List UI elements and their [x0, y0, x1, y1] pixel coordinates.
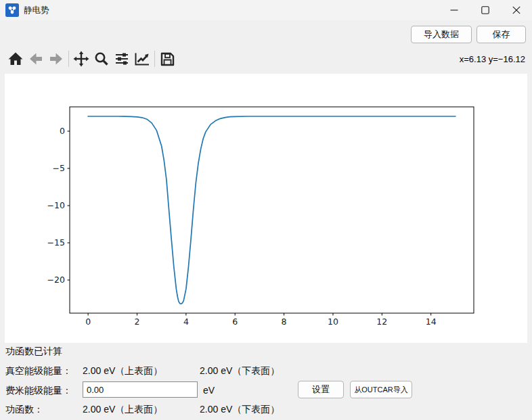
cursor-coordinates-readout: x=6.13 y=−16.12	[460, 54, 525, 64]
svg-text:14: 14	[426, 317, 437, 327]
window-title: 静电势	[24, 5, 49, 16]
plot-canvas[interactable]: 024681012140−5−10−15−20	[5, 74, 527, 343]
line-chart-icon	[133, 51, 151, 67]
zoom-icon	[93, 51, 110, 67]
save-button[interactable]: 保存	[476, 26, 526, 43]
svg-text:−20: −20	[47, 275, 65, 285]
svg-text:0: 0	[60, 126, 65, 136]
mpl-toolbar	[5, 48, 177, 70]
fermi-unit-label: eV	[203, 385, 215, 396]
fermi-level-label: 费米能级能量：	[5, 385, 72, 397]
svg-text:6: 6	[232, 317, 238, 327]
minimize-button[interactable]	[439, 0, 470, 20]
vacuum-level-top-value: 2.00 eV（上表面）	[83, 365, 162, 377]
vacuum-level-label: 真空能级能量：	[5, 365, 72, 377]
svg-text:−10: −10	[47, 200, 65, 210]
subplots-button[interactable]	[112, 49, 132, 69]
fermi-energy-input[interactable]	[83, 381, 198, 398]
forward-arrow-icon	[48, 51, 64, 67]
customize-button[interactable]	[132, 49, 152, 69]
back-arrow-icon	[28, 51, 44, 67]
home-button[interactable]	[5, 49, 26, 69]
pan-icon	[73, 51, 89, 67]
svg-text:0: 0	[85, 317, 91, 327]
svg-text:−15: −15	[47, 237, 65, 248]
save-figure-button[interactable]	[157, 49, 177, 69]
svg-text:2: 2	[135, 317, 140, 327]
workfunction-bottom-value: 2.00 eV（下表面）	[200, 404, 280, 416]
close-icon	[512, 6, 520, 14]
potential-curve-chart: 024681012140−5−10−15−20	[5, 74, 527, 343]
import-outcar-button[interactable]: 从OUTCAR导入	[350, 381, 412, 398]
app-icon	[5, 3, 19, 17]
pan-button[interactable]	[71, 49, 91, 69]
forward-button[interactable]	[46, 49, 66, 69]
vacuum-level-bottom-value: 2.00 eV（下表面）	[200, 365, 280, 377]
maximize-icon	[481, 6, 489, 14]
toolbar-separator	[68, 51, 69, 67]
workfunction-status-text: 功函数已计算	[5, 346, 62, 358]
zoom-button[interactable]	[91, 49, 112, 69]
svg-text:12: 12	[376, 317, 387, 327]
workfunction-top-value: 2.00 eV（上表面）	[83, 404, 162, 416]
minimize-icon	[450, 6, 458, 14]
workfunction-label: 功函数：	[5, 404, 43, 416]
svg-text:−5: −5	[53, 163, 65, 173]
svg-text:10: 10	[328, 317, 338, 327]
svg-text:4: 4	[183, 317, 189, 327]
close-button[interactable]	[501, 0, 532, 20]
maximize-button[interactable]	[470, 0, 501, 20]
subplots-sliders-icon	[114, 51, 130, 67]
toolbar-separator	[154, 51, 155, 67]
home-icon	[7, 51, 24, 67]
import-data-button[interactable]: 导入数据	[411, 26, 472, 43]
set-fermi-button[interactable]: 设置	[298, 381, 344, 398]
floppy-save-icon	[159, 51, 175, 67]
title-bar: 静电势	[0, 0, 532, 20]
back-button[interactable]	[26, 49, 46, 69]
svg-text:8: 8	[282, 317, 287, 327]
